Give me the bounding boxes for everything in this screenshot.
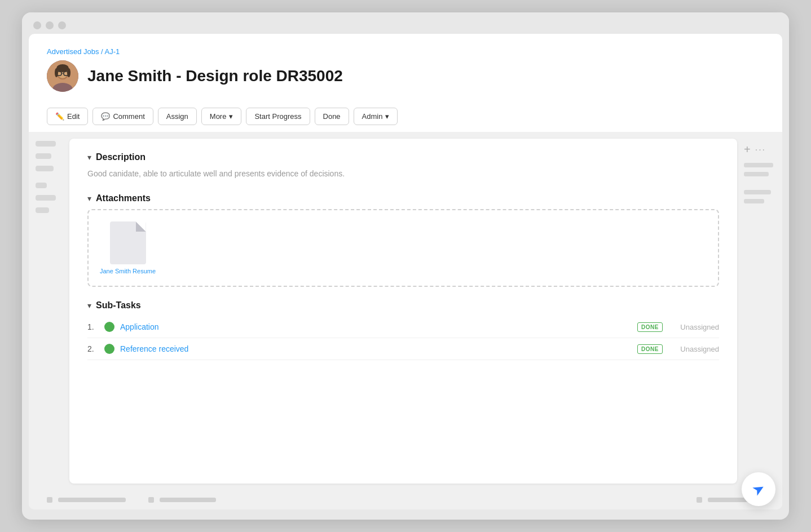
sidebar-right: + ··· xyxy=(737,132,782,490)
comment-icon: 💬 xyxy=(101,112,110,121)
file-item[interactable]: Jane Smith Resume xyxy=(100,221,156,274)
subtask-name-1[interactable]: Reference received xyxy=(120,344,632,353)
description-header: ▾ Description xyxy=(87,152,719,162)
right-bar-1 xyxy=(744,163,773,167)
right-bar-3 xyxy=(744,190,771,194)
subtask-assignee-1: Unassigned xyxy=(668,345,719,353)
app-window: Advertised Jobs / AJ-1 xyxy=(22,12,789,520)
attachments-header: ▾ Attachments xyxy=(87,193,719,203)
file-name: Jane Smith Resume xyxy=(100,268,156,274)
avatar xyxy=(47,60,78,92)
svg-point-7 xyxy=(55,68,58,77)
title-bar xyxy=(22,12,789,34)
page-title-text: Jane Smith - Design role DR35002 xyxy=(87,67,343,85)
svg-point-8 xyxy=(67,68,70,77)
maximize-button[interactable] xyxy=(58,21,66,29)
done-button[interactable]: Done xyxy=(315,108,349,125)
traffic-lights xyxy=(33,21,66,29)
description-section: ▾ Description Good canidate, able to art… xyxy=(87,152,719,180)
more-options-icon[interactable]: ··· xyxy=(755,145,766,155)
subtask-status-badge-0: DONE xyxy=(637,322,663,332)
sidebar-bar-1 xyxy=(36,141,56,147)
description-text: Good canidate, able to articulate well a… xyxy=(87,168,719,180)
main-content: Advertised Jobs / AJ-1 xyxy=(29,34,782,509)
subtask-assignee-0: Unassigned xyxy=(668,323,719,331)
sidebar-left xyxy=(29,132,69,490)
toolbar: ✏️ Edit 💬 Comment Assign More ▾ Start Pr… xyxy=(47,101,764,132)
bottom-bar-group-1 xyxy=(47,497,126,503)
subtask-name-0[interactable]: Application xyxy=(120,322,632,331)
admin-button[interactable]: Admin ▾ xyxy=(354,108,398,125)
page-title-row: Jane Smith - Design role DR35002 xyxy=(47,60,764,92)
chevron-down-icon: ▾ xyxy=(229,112,233,121)
breadcrumb[interactable]: Advertised Jobs / AJ-1 xyxy=(47,47,764,56)
assign-button[interactable]: Assign xyxy=(158,108,197,125)
send-icon: ➤ xyxy=(749,478,769,500)
subtask-item: 2. Reference received DONE Unassigned xyxy=(87,338,719,360)
more-button[interactable]: More ▾ xyxy=(201,108,242,125)
bottom-bar-group-2 xyxy=(148,497,216,503)
subtask-num-1: 2. xyxy=(87,344,99,353)
sidebar-bar-3 xyxy=(36,166,54,171)
start-progress-button[interactable]: Start Progress xyxy=(246,108,310,125)
content-body: ▾ Description Good canidate, able to art… xyxy=(29,132,782,490)
add-icon[interactable]: + xyxy=(744,143,751,156)
bottom-line-2 xyxy=(160,498,216,502)
admin-chevron-icon: ▾ xyxy=(385,112,389,121)
right-bar-4 xyxy=(744,199,764,203)
subtasks-title: Sub-Tasks xyxy=(96,300,141,311)
main-panel: ▾ Description Good canidate, able to art… xyxy=(69,139,737,484)
svg-point-6 xyxy=(56,64,69,72)
header-area: Advertised Jobs / AJ-1 xyxy=(29,34,782,132)
description-chevron-icon[interactable]: ▾ xyxy=(87,153,91,162)
attachments-title: Attachments xyxy=(96,193,151,203)
subtask-status-badge-1: DONE xyxy=(637,344,663,354)
subtasks-header: ▾ Sub-Tasks xyxy=(87,300,719,311)
subtasks-list: 1. Application DONE Unassigned 2. Refere… xyxy=(87,316,719,360)
pencil-icon: ✏️ xyxy=(55,112,64,121)
close-button[interactable] xyxy=(33,21,41,29)
subtask-num-0: 1. xyxy=(87,322,99,331)
subtasks-section: ▾ Sub-Tasks 1. Application DONE Unassign… xyxy=(87,300,719,360)
sidebar-bar-4 xyxy=(36,183,47,188)
attachments-chevron-icon[interactable]: ▾ xyxy=(87,194,91,203)
edit-button[interactable]: ✏️ Edit xyxy=(47,108,88,125)
svg-point-11 xyxy=(107,347,112,352)
bottom-bars xyxy=(29,490,782,509)
fab-button[interactable]: ➤ xyxy=(742,472,775,506)
comment-button[interactable]: 💬 Comment xyxy=(92,108,153,125)
sidebar-bar-2 xyxy=(36,153,51,159)
svg-point-10 xyxy=(107,325,112,330)
attachments-dropzone[interactable]: Jane Smith Resume xyxy=(87,209,719,287)
bottom-sq-3 xyxy=(697,497,702,503)
subtask-dot-1 xyxy=(104,344,114,354)
subtask-item: 1. Application DONE Unassigned xyxy=(87,316,719,338)
right-bar-2 xyxy=(744,172,769,176)
attachments-section: ▾ Attachments Jane Smith Resume xyxy=(87,193,719,287)
file-fold xyxy=(136,221,146,232)
subtask-dot-0 xyxy=(104,322,114,332)
bottom-line-1 xyxy=(58,498,126,502)
description-title: Description xyxy=(96,152,146,162)
minimize-button[interactable] xyxy=(46,21,54,29)
file-icon xyxy=(110,221,146,264)
bottom-sq-2 xyxy=(148,497,154,503)
subtasks-chevron-icon[interactable]: ▾ xyxy=(87,301,91,310)
bottom-sq-1 xyxy=(47,497,52,503)
sidebar-bar-5 xyxy=(36,195,56,201)
sidebar-bar-6 xyxy=(36,207,49,213)
